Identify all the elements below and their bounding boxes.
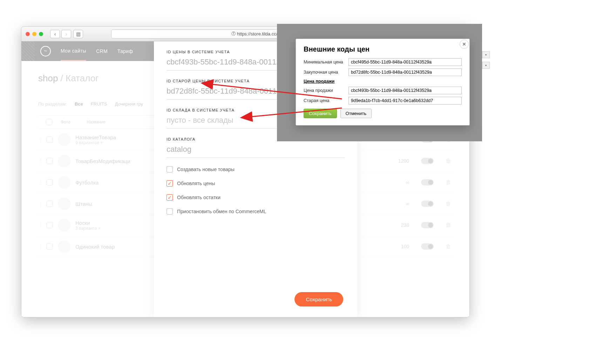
purchase-price-input[interactable] [348,68,462,76]
nav-buttons: ‹ › [50,30,71,38]
external-codes-panel: ✕ Внешние коды цен Минимальная цена Заку… [296,39,470,126]
old-price-label: Старая цена [304,98,348,103]
codes-cancel-button[interactable]: Отменить [340,109,372,118]
mini-dropdown-icon[interactable]: ▾ [482,62,490,69]
sidebar-toggle-button[interactable]: ▥ [73,30,83,38]
codes-save-button[interactable]: Сохранить [304,109,337,118]
sale-price-input[interactable] [348,87,462,94]
url-text: https://store.tilda.cc/ [237,31,278,36]
save-settings-button[interactable]: Сохранить [294,292,343,306]
maximize-window-icon[interactable] [39,32,43,36]
create-products-checkbox-row[interactable]: Создавать новые товары [167,166,345,173]
checkbox-icon [167,208,173,215]
sale-price-row: Цена продажи [304,87,462,94]
mini-dropdown-icon[interactable]: ▾ [482,51,490,58]
checkbox-checked-icon: ✓ [167,180,173,187]
forward-button[interactable]: › [61,30,71,38]
close-window-icon[interactable] [26,32,30,36]
lock-icon: Ⓣ [231,31,236,37]
sale-price-label: Цена продажи [304,88,348,93]
min-price-input[interactable] [348,58,462,66]
min-price-row: Минимальная цена [304,58,462,66]
close-panel-button[interactable]: ✕ [460,40,469,49]
checkbox-checked-icon: ✓ [167,194,173,201]
min-price-label: Минимальная цена [304,60,348,65]
traffic-lights [26,32,43,36]
purchase-price-row: Закупочная цена [304,68,462,76]
old-price-row: Старая цена [304,97,462,105]
purchase-price-label: Закупочная цена [304,70,348,75]
checkbox-icon [167,166,173,173]
update-stock-checkbox-row[interactable]: ✓ Обновлять остатки [167,194,345,201]
minimize-window-icon[interactable] [32,32,36,36]
sale-price-heading: Цена продажи [304,79,462,84]
catalog-id-input[interactable] [167,143,345,158]
update-prices-checkbox-row[interactable]: ✓ Обновлять цены [167,180,345,187]
codes-title: Внешние коды цен [304,45,462,53]
codes-buttons: Сохранить Отменить [304,109,462,118]
back-button[interactable]: ‹ [50,30,60,38]
old-price-input[interactable] [348,97,462,105]
pause-exchange-checkbox-row[interactable]: Приостановить обмен по CommerceML [167,208,345,215]
